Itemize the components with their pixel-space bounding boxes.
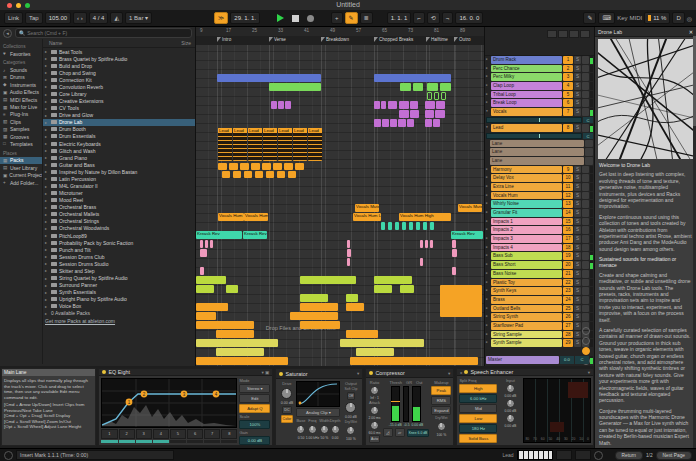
expand-triangle-icon[interactable]: ▸: [45, 49, 49, 54]
track-row-synth-sample[interactable]: ▸Synth Sample29S: [486, 339, 593, 347]
master-track-name[interactable]: Master: [486, 356, 559, 364]
take-lane-row[interactable]: Lane: [490, 140, 593, 148]
clip[interactable]: [200, 267, 204, 275]
comp-thresh-value[interactable]: -15.0 dB: [389, 423, 402, 427]
close-icon[interactable]: ✕: [689, 29, 693, 35]
eq-band-number[interactable]: 1: [101, 429, 117, 439]
track-unfold-icon[interactable]: ▸: [486, 91, 490, 99]
clip[interactable]: [266, 171, 274, 178]
track-unfold-icon[interactable]: ▸: [486, 82, 490, 90]
clip[interactable]: [441, 92, 446, 100]
clip[interactable]: [388, 222, 392, 230]
sidebar-item-audio-effects[interactable]: ▣Audio Effects: [0, 89, 42, 96]
expand-triangle-icon[interactable]: ▸: [45, 162, 49, 167]
column-size[interactable]: Size: [181, 40, 191, 47]
device-on-icon[interactable]: [464, 370, 468, 374]
sidebar-item-current-project[interactable]: ▣Current Project: [0, 171, 42, 178]
clip[interactable]: [350, 357, 478, 365]
eq-band-5[interactable]: 5: [170, 429, 186, 443]
clip[interactable]: [271, 101, 277, 109]
locator-chopped-breaks[interactable]: Chopped Breaks: [374, 37, 413, 42]
eq-adapt-q-toggle[interactable]: Adapt Q: [239, 404, 270, 413]
track-solo-button[interactable]: S: [574, 65, 581, 73]
mixer-show-icon[interactable]: [547, 30, 557, 38]
pack-row-string-quartet-by-spitfire-audio[interactable]: ▸String Quartet by Spitfire Audio: [43, 275, 195, 282]
track-arm-button[interactable]: [582, 174, 589, 182]
clip[interactable]: [433, 119, 440, 127]
track-row-synth-keys[interactable]: ▸Synth Keys23S: [486, 287, 593, 295]
expand-triangle-icon[interactable]: ▸: [45, 290, 49, 295]
clip[interactable]: [285, 101, 291, 109]
speech-low-freq-field[interactable]: 180 Hz: [459, 424, 497, 433]
expand-triangle-icon[interactable]: ▸: [45, 304, 49, 309]
take-lane-row[interactable]: Lane: [490, 157, 593, 165]
clip[interactable]: [430, 240, 433, 248]
link-button[interactable]: Link: [4, 12, 23, 24]
track-solo-button[interactable]: S: [574, 261, 581, 269]
clip[interactable]: [407, 119, 414, 127]
track-unfold-icon[interactable]: ▸: [486, 209, 490, 217]
clip[interactable]: [217, 74, 321, 82]
eq-band-6[interactable]: 6: [187, 429, 203, 443]
comp-expand-button[interactable]: Expand: [431, 406, 451, 415]
track-volume-slider[interactable]: [486, 117, 582, 123]
clip[interactable]: [196, 339, 278, 347]
device-eq-eight[interactable]: EQ Eight ▾ ▣ 1 2 3 4: [98, 368, 273, 446]
eq-band-number[interactable]: 4: [153, 429, 169, 439]
clip[interactable]: [452, 240, 456, 248]
clip-kreask-rev[interactable]: Kreask Rev: [451, 231, 483, 239]
clip[interactable]: [452, 267, 456, 275]
pack-row-probability-pack-by-sonic-faction[interactable]: ▸Probability Pack by Sonic Faction: [43, 239, 195, 246]
comp-auto-release-toggle[interactable]: Auto: [369, 435, 380, 443]
clip[interactable]: [262, 163, 271, 170]
clip[interactable]: [290, 312, 338, 320]
track-solo-button[interactable]: S: [574, 287, 581, 295]
clip-vocals-hum[interactable]: Vocals Hum: [218, 213, 244, 221]
clip[interactable]: [374, 276, 412, 284]
track-pan-field[interactable]: C: [583, 117, 593, 123]
track-solo-button[interactable]: S: [574, 279, 581, 287]
track-solo-button[interactable]: S: [574, 200, 581, 208]
eq-band-toggle[interactable]: [221, 440, 237, 443]
clip[interactable]: [400, 285, 414, 293]
comp-attack-value[interactable]: 2.00 ms: [369, 416, 381, 420]
clip-kreask-rev[interactable]: Kreask Rev: [243, 231, 267, 239]
velocity-box[interactable]: [575, 450, 591, 460]
track-row-bass-sub[interactable]: ▸Bass Sub19S: [486, 252, 593, 260]
clip[interactable]: [399, 110, 409, 118]
speech-solid-bass-button[interactable]: Solid Bass: [459, 434, 497, 443]
track-unfold-icon[interactable]: ▸: [486, 166, 490, 174]
clip[interactable]: [210, 240, 213, 248]
get-more-packs-row[interactable]: Get more Packs at ableton.com: [43, 317, 195, 324]
master-volume-field[interactable]: 0.0: [560, 356, 574, 364]
track-unfold-icon[interactable]: ▸: [486, 331, 490, 339]
eq-gain-field[interactable]: 0.00 dB: [239, 436, 270, 445]
track-unfold-icon[interactable]: ▾: [486, 124, 490, 132]
sat-depth-value[interactable]: 0.00: [332, 436, 339, 440]
device-saturator[interactable]: Saturator ▾ Drive 0.00 dB DC Color: [275, 368, 363, 446]
track-solo-button[interactable]: S: [574, 252, 581, 260]
comp-drywet-value[interactable]: 100 %: [437, 433, 447, 437]
search-input[interactable]: 🔍 Search (Cmd + F): [15, 28, 192, 38]
track-arm-button[interactable]: [582, 305, 589, 313]
tap-tempo-button[interactable]: Tap: [25, 12, 43, 24]
track-unfold-icon[interactable]: ▸: [486, 313, 490, 321]
clip[interactable]: [452, 249, 457, 257]
clip[interactable]: [284, 163, 293, 170]
sat-drive-knob[interactable]: [281, 388, 292, 399]
comp-ratio-knob[interactable]: [370, 386, 379, 395]
expand-triangle-icon[interactable]: ▸: [45, 70, 49, 75]
pack-row-orchestral-mallets[interactable]: ▸Orchestral Mallets: [43, 211, 195, 218]
track-arm-button[interactable]: [582, 91, 589, 99]
sidebar-item-grooves[interactable]: ▩Grooves: [0, 133, 42, 140]
take-lane-button[interactable]: [585, 140, 593, 148]
track-arm-button[interactable]: [582, 296, 589, 304]
expand-triangle-icon[interactable]: ▸: [45, 226, 49, 231]
track-solo-button[interactable]: S: [574, 313, 581, 321]
clip-lead[interactable]: Lead: [308, 128, 322, 161]
clip[interactable]: [278, 101, 284, 109]
track-volume-slider[interactable]: [486, 133, 582, 139]
clip[interactable]: [300, 294, 328, 302]
clip-vocals-hum-high[interactable]: Vocals Hum High: [399, 213, 451, 221]
expand-triangle-icon[interactable]: ▸: [45, 127, 49, 132]
